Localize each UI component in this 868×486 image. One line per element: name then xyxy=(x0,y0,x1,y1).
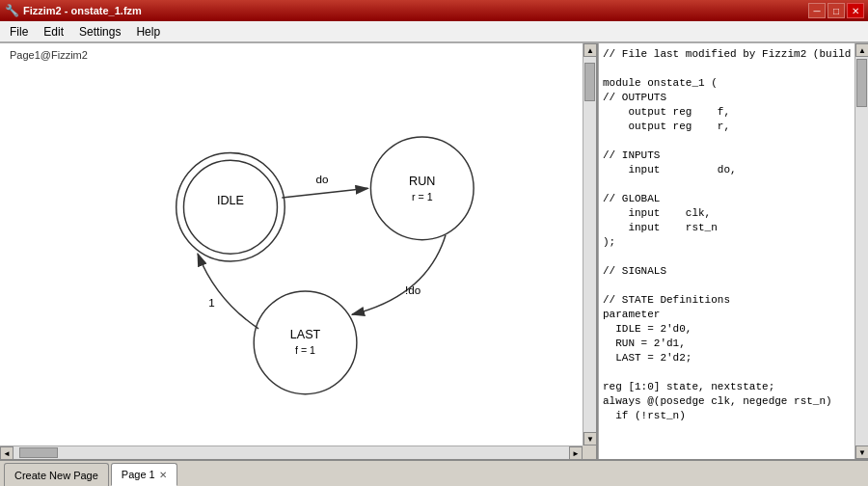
menu-help[interactable]: Help xyxy=(128,23,168,40)
canvas-scroll: Page1@Fizzim2 IDLE RUN r = 1 LAST xyxy=(0,43,583,446)
app-icon: 🔧 xyxy=(4,3,19,18)
menu-edit[interactable]: Edit xyxy=(36,23,71,40)
svg-text:r = 1: r = 1 xyxy=(412,191,433,202)
canvas-area: Page1@Fizzim2 IDLE RUN r = 1 LAST xyxy=(0,43,598,459)
svg-text:!do: !do xyxy=(405,284,420,296)
window-title: Fizzim2 - onstate_1.fzm xyxy=(23,5,808,16)
state-diagram: IDLE RUN r = 1 LAST f = 1 do !do 1 xyxy=(0,43,583,446)
svg-text:f = 1: f = 1 xyxy=(295,344,315,356)
code-vscrollbar[interactable]: ▲ ▼ xyxy=(854,43,868,459)
code-panel: // File last modified by Fizzim2 (build … xyxy=(598,43,868,459)
tabbar: Create New Page Page 1 ✕ xyxy=(0,459,868,486)
scroll-down-arrow[interactable]: ▼ xyxy=(583,432,597,446)
scroll-up-arrow[interactable]: ▲ xyxy=(583,43,597,57)
scroll-left-arrow[interactable]: ◄ xyxy=(0,446,14,459)
svg-text:IDLE: IDLE xyxy=(217,194,244,207)
code-content: // File last modified by Fizzim2 (build … xyxy=(599,43,854,459)
code-scroll-thumb[interactable] xyxy=(856,59,867,107)
window-controls: ─ □ ✕ xyxy=(808,3,864,18)
svg-text:do: do xyxy=(316,173,329,185)
titlebar: 🔧 Fizzim2 - onstate_1.fzm ─ □ ✕ xyxy=(0,0,868,21)
menu-file[interactable]: File xyxy=(2,23,36,40)
scroll-hthumb[interactable] xyxy=(19,447,58,458)
svg-line-10 xyxy=(282,188,367,198)
main-area: Page1@Fizzim2 IDLE RUN r = 1 LAST xyxy=(0,42,868,459)
svg-text:1: 1 xyxy=(208,296,214,309)
minimize-button[interactable]: ─ xyxy=(808,3,826,18)
svg-text:RUN: RUN xyxy=(409,175,435,188)
scrollbar-corner xyxy=(583,446,596,459)
close-button[interactable]: ✕ xyxy=(847,3,864,18)
tab-close-icon[interactable]: ✕ xyxy=(159,470,167,480)
tab-label: Page 1 xyxy=(122,469,155,480)
maximize-button[interactable]: □ xyxy=(827,3,845,18)
code-scroll-down[interactable]: ▼ xyxy=(855,446,868,459)
create-new-page-button[interactable]: Create New Page xyxy=(4,463,109,486)
canvas-vscrollbar[interactable]: ▲ ▼ xyxy=(583,43,596,446)
svg-point-7 xyxy=(254,291,357,394)
tab-page1[interactable]: Page 1 ✕ xyxy=(111,463,177,486)
svg-text:LAST: LAST xyxy=(290,328,321,341)
scroll-right-arrow[interactable]: ► xyxy=(569,446,583,459)
scroll-vthumb[interactable] xyxy=(584,63,595,101)
menu-settings[interactable]: Settings xyxy=(71,23,128,40)
canvas-hscrollbar[interactable]: ◄ ► xyxy=(0,446,583,459)
menubar: File Edit Settings Help xyxy=(0,21,868,42)
code-scroll-up[interactable]: ▲ xyxy=(855,43,868,57)
